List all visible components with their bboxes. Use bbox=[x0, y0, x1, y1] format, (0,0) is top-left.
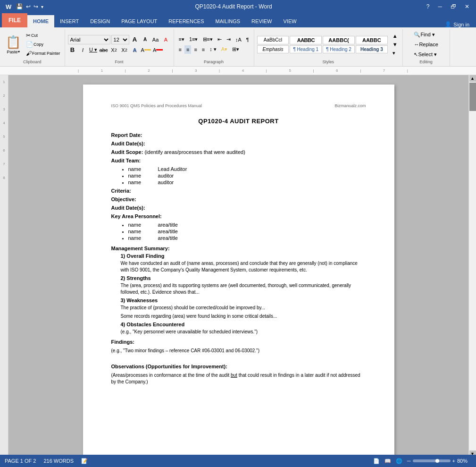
paste-button[interactable]: 📋 Paste▾ bbox=[3, 34, 24, 55]
weaknesses-content-1: The practice of (process) should be corr… bbox=[121, 305, 366, 311]
bold-button[interactable]: B bbox=[68, 46, 77, 54]
field-criteria: Criteria: bbox=[111, 188, 366, 194]
select-button[interactable]: ↖ Select ▾ bbox=[412, 50, 440, 59]
scroll-up-button[interactable]: ▲ bbox=[469, 75, 476, 82]
styles-group: AaBbCcI AABBC AABBC( AABBC Emphasis ¶ He… bbox=[254, 29, 403, 66]
qat-save[interactable]: 💾 bbox=[16, 3, 23, 10]
copy-button[interactable]: 📄 Copy bbox=[25, 40, 62, 49]
qat-redo[interactable]: ↪ bbox=[33, 3, 38, 10]
line-spacing-button[interactable]: ↕ ▾ bbox=[208, 45, 218, 54]
font-color-button[interactable]: A bbox=[152, 46, 163, 54]
window-title: QP1020-4 Audit Report - Word bbox=[43, 3, 424, 10]
main-area: 12345678 ISO 9001 QMS Policies and Proce… bbox=[0, 75, 476, 457]
zoom-thumb[interactable] bbox=[435, 459, 439, 463]
font-family-select[interactable]: Arial bbox=[68, 35, 110, 44]
field-report-date: Report Date: bbox=[111, 132, 366, 138]
strengths-heading: 2) Strengths bbox=[121, 275, 366, 281]
align-left-button[interactable]: ≡ bbox=[177, 45, 184, 54]
grow-font-button[interactable]: A bbox=[130, 35, 140, 44]
tab-file[interactable]: FILE bbox=[2, 13, 27, 27]
styles-scroll-up[interactable]: ▲ bbox=[391, 32, 400, 40]
tab-references[interactable]: REFERENCES bbox=[163, 15, 209, 27]
style-normal[interactable]: AaBbCcI bbox=[257, 36, 289, 44]
horizontal-ruler: |1|2|3|4|5|6|7| bbox=[0, 67, 476, 75]
user-icon: 👤 bbox=[445, 21, 451, 27]
shrink-font-button[interactable]: A bbox=[141, 35, 150, 44]
title-bar: W 💾 ↩ ↪ ▾ QP1020-4 Audit Report - Word ?… bbox=[0, 0, 476, 13]
justify-button[interactable]: ≡ bbox=[200, 45, 207, 54]
shading-button[interactable]: A▾ bbox=[219, 45, 229, 54]
close-button[interactable]: ✕ bbox=[462, 3, 472, 10]
field-audit-dates-2: Audit Date(s): bbox=[111, 205, 366, 211]
highlight-button[interactable]: A bbox=[141, 46, 151, 54]
key-member-list: name area/title name area/title name are… bbox=[128, 222, 366, 241]
style-heading2[interactable]: AABBC bbox=[356, 36, 388, 44]
zoom-slider[interactable] bbox=[413, 459, 451, 462]
replace-button[interactable]: ↔ Replace bbox=[412, 40, 440, 49]
help-button[interactable]: ? bbox=[424, 3, 433, 10]
decrease-indent-button[interactable]: ⇤ bbox=[216, 35, 224, 44]
show-formatting-button[interactable]: ¶ bbox=[244, 35, 251, 44]
field-audit-scope: Audit Scope: (identify areas/processes t… bbox=[111, 149, 366, 155]
numbering-button[interactable]: 1≡▾ bbox=[187, 35, 200, 44]
cut-button[interactable]: ✂ Cut bbox=[25, 31, 62, 40]
style-no-spacing[interactable]: AABBC bbox=[290, 36, 322, 44]
tab-page-layout[interactable]: PAGE LAYOUT bbox=[116, 15, 163, 27]
style-heading1[interactable]: AABBC( bbox=[323, 36, 355, 44]
view-reading-button[interactable]: 📖 bbox=[384, 458, 391, 464]
strikethrough-button[interactable]: abc bbox=[99, 46, 109, 54]
document-area[interactable]: ISO 9001 QMS Policies and Procedures Man… bbox=[8, 75, 468, 457]
font-group: Arial 12 A A Aa A B I U ▾ abc X2 X2 A A bbox=[65, 29, 174, 66]
team-member-list: name Lead Auditor name auditor name audi… bbox=[128, 166, 366, 185]
superscript-button[interactable]: X2 bbox=[120, 46, 129, 54]
field-key-personnel: Key Area Personnel: bbox=[111, 213, 366, 219]
key-member-1: name area/title bbox=[128, 222, 366, 228]
tab-insert[interactable]: INSERT bbox=[54, 15, 84, 27]
tab-review[interactable]: REVIEW bbox=[246, 15, 277, 27]
underline-button[interactable]: U ▾ bbox=[89, 46, 98, 54]
multilevel-list-button[interactable]: ⊞≡▾ bbox=[201, 35, 215, 44]
style-h3-label[interactable]: Heading 3 bbox=[356, 45, 388, 53]
style-emphasis[interactable]: Emphasis bbox=[257, 45, 289, 53]
qat-undo[interactable]: ↩ bbox=[26, 3, 31, 10]
ribbon-tab-bar: FILE HOME INSERT DESIGN PAGE LAYOUT REFE… bbox=[0, 13, 476, 27]
obstacles-content: (e.g., "Key personnel were unavailable f… bbox=[121, 329, 366, 335]
styles-scroll-down[interactable]: ▼ bbox=[391, 40, 400, 49]
sign-in-button[interactable]: 👤 Sign in bbox=[440, 21, 474, 27]
restore-button[interactable]: 🗗 bbox=[448, 3, 459, 10]
clear-format-button[interactable]: A bbox=[161, 35, 171, 44]
overall-finding-heading: 1) Overall Finding bbox=[121, 253, 366, 259]
tab-view[interactable]: VIEW bbox=[278, 15, 302, 27]
strengths-content: The (area, process) and its supporting s… bbox=[121, 282, 366, 296]
bullets-button[interactable]: ≡▾ bbox=[177, 35, 186, 44]
align-right-button[interactable]: ≡ bbox=[192, 45, 199, 54]
subscript-button[interactable]: X2 bbox=[109, 46, 119, 54]
style-h1-label[interactable]: ¶ Heading 1 bbox=[290, 45, 322, 53]
sort-button[interactable]: ↕A bbox=[234, 35, 243, 44]
align-center-button[interactable]: ≡ bbox=[184, 45, 191, 54]
header-right: Bizmanualz.com bbox=[334, 103, 366, 108]
obstacles-heading: 4) Obstacles Encountered bbox=[121, 322, 366, 327]
view-print-button[interactable]: 📄 bbox=[373, 458, 380, 464]
title-left-area: W 💾 ↩ ↪ ▾ bbox=[4, 3, 43, 11]
styles-more[interactable]: ▾ bbox=[391, 49, 400, 57]
scroll-thumb[interactable] bbox=[469, 83, 476, 111]
change-case-button[interactable]: Aa bbox=[151, 35, 160, 44]
tab-design[interactable]: DESIGN bbox=[84, 15, 116, 27]
zoom-in-button[interactable]: + bbox=[452, 458, 455, 464]
minimize-button[interactable]: ─ bbox=[435, 3, 445, 10]
increase-indent-button[interactable]: ⇥ bbox=[225, 35, 233, 44]
paragraph-group: ≡▾ 1≡▾ ⊞≡▾ ⇤ ⇥ ↕A ¶ ≡ ≡ ≡ ≡ ↕ ▾ A▾ ⊞▾ Pa… bbox=[174, 29, 254, 66]
italic-button[interactable]: I bbox=[78, 46, 88, 54]
vertical-scrollbar[interactable]: ▲ ▼ bbox=[468, 75, 476, 457]
tab-home[interactable]: HOME bbox=[27, 15, 54, 27]
view-web-button[interactable]: 🌐 bbox=[396, 458, 402, 464]
style-h2-label[interactable]: ¶ Heading 2 bbox=[323, 45, 355, 53]
font-size-select[interactable]: 12 bbox=[111, 35, 129, 44]
borders-button[interactable]: ⊞▾ bbox=[230, 45, 241, 54]
zoom-out-button[interactable]: ─ bbox=[407, 458, 411, 464]
tab-mailings[interactable]: MAILINGS bbox=[210, 15, 246, 27]
format-painter-button[interactable]: 🖌 Format Painter bbox=[25, 49, 62, 58]
text-effects-button[interactable]: A bbox=[130, 46, 140, 54]
find-button[interactable]: 🔍 Find ▾ bbox=[412, 30, 440, 39]
